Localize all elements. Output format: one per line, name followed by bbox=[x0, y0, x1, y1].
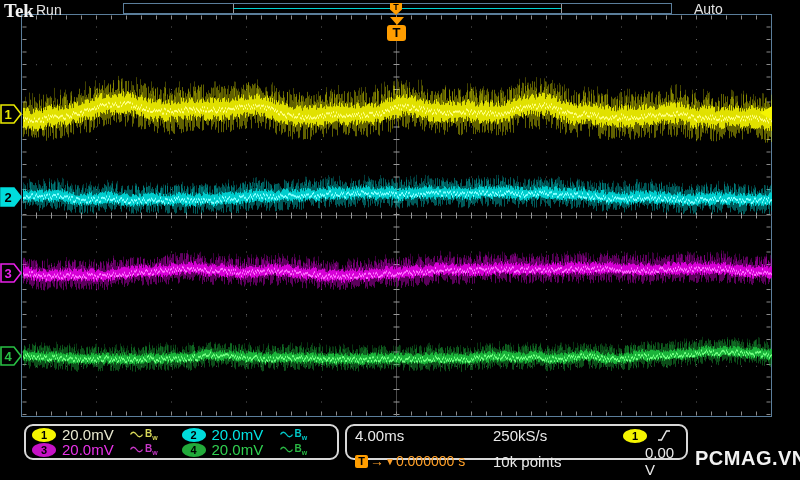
ch1-bandwidth-limit-icon: Bw bbox=[145, 428, 158, 441]
trigger-level-arrow-icon bbox=[760, 106, 772, 120]
trigger-slope-rising-icon bbox=[657, 429, 671, 442]
ch4-marker-label: 4 bbox=[4, 349, 12, 364]
ch4-scale-value: 20.0mV bbox=[212, 441, 274, 458]
trigger-source-row: 1 bbox=[611, 429, 682, 443]
tek-logo: Tek bbox=[4, 0, 34, 22]
trigger-delay-value: 0.000000 s bbox=[396, 453, 465, 469]
record-window-bracket-right bbox=[561, 4, 562, 13]
record-length-value: 10k points bbox=[493, 453, 611, 470]
trigger-delay-arrow-icon: → bbox=[370, 453, 384, 469]
ch4-bandwidth-limit-icon: Bw bbox=[295, 443, 308, 456]
ch1-readout: 1 20.0mV Bw bbox=[32, 427, 182, 442]
ch3-scale-value: 20.0mV bbox=[62, 441, 124, 458]
timebase-value: 4.00ms bbox=[355, 427, 493, 444]
ch2-readout: 2 20.0mV Bw bbox=[182, 427, 332, 442]
record-window-bracket-left bbox=[233, 4, 234, 13]
ch3-bandwidth-limit-icon: Bw bbox=[145, 443, 158, 456]
trigger-position-flag: T bbox=[386, 17, 407, 41]
ch4-ac-coupling-icon bbox=[280, 445, 293, 454]
trigger-delay-pointer-icon: ▼ bbox=[385, 456, 395, 467]
ch4-readout: 4 20.0mV Bw bbox=[182, 442, 332, 457]
acquisition-status: Run bbox=[36, 2, 62, 18]
ch1-ac-coupling-icon bbox=[130, 430, 143, 439]
ch3-badge: 3 bbox=[32, 443, 56, 457]
ch3-ac-coupling-icon bbox=[130, 445, 143, 454]
ch1-ground-marker: 1 bbox=[0, 104, 23, 124]
ch2-badge: 2 bbox=[182, 428, 206, 442]
ch4-ground-marker: 4 bbox=[0, 346, 23, 366]
trigger-delay-row: T → ▼ 0.000000 s bbox=[355, 453, 493, 469]
ch3-ground-marker: 3 bbox=[0, 263, 23, 283]
ch3-marker-label: 3 bbox=[4, 266, 11, 281]
trigger-source-badge: 1 bbox=[623, 429, 647, 443]
ch1-marker-label: 1 bbox=[4, 107, 11, 122]
oscilloscope-screen: Tek Run Auto T T 1 2 3 4 1 20.0mV bbox=[0, 0, 800, 480]
sample-rate-value: 250kS/s bbox=[493, 427, 611, 444]
horizontal-trigger-box: 4.00ms 250kS/s 1 T → ▼ 0.000000 s 10k po… bbox=[345, 424, 688, 460]
trigger-flag-pointer-icon bbox=[390, 17, 404, 25]
ch3-readout: 3 20.0mV Bw bbox=[32, 442, 182, 457]
trigger-delay-t-icon: T bbox=[355, 455, 368, 468]
ch4-badge: 4 bbox=[182, 443, 206, 457]
trigger-mode-status: Auto bbox=[694, 1, 723, 17]
ch1-badge: 1 bbox=[32, 428, 56, 442]
trigger-flag-label: T bbox=[387, 25, 406, 41]
ch2-ground-marker: 2 bbox=[0, 187, 23, 207]
watermark: PCMAG.VN bbox=[695, 447, 800, 470]
ch2-bandwidth-limit-icon: Bw bbox=[295, 428, 308, 441]
ch2-ac-coupling-icon bbox=[280, 430, 293, 439]
waveform-display bbox=[0, 0, 800, 480]
channel-readouts-box: 1 20.0mV Bw 2 20.0mV Bw 3 20.0mV bbox=[24, 424, 339, 460]
ch2-marker-label: 2 bbox=[4, 190, 11, 205]
trigger-level-value: 0.00 V bbox=[611, 444, 682, 478]
